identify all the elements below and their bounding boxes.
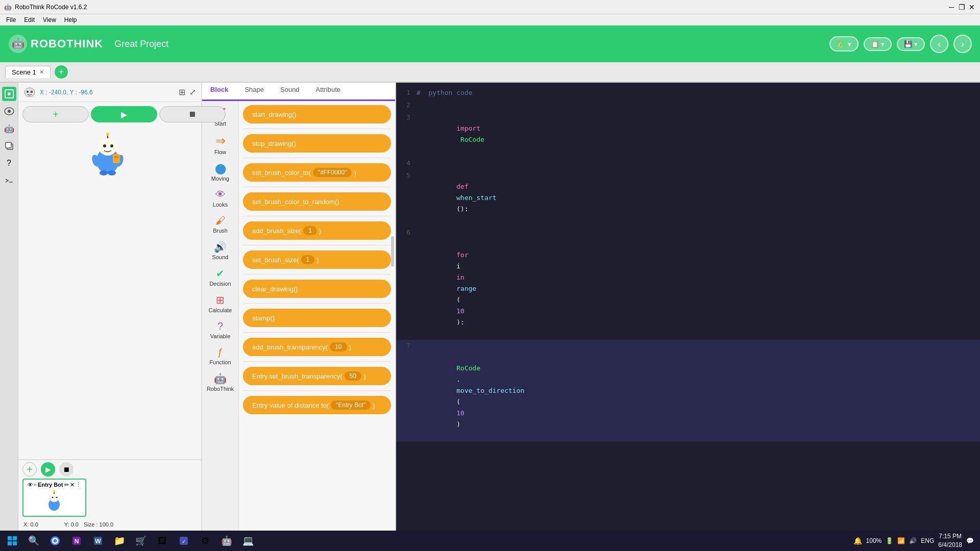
side-icon-robot[interactable]: 🤖 <box>2 121 16 136</box>
obj-add-button[interactable]: + <box>22 462 37 477</box>
eye-icon <box>4 107 14 115</box>
cat-variable[interactable]: ? Variable <box>204 317 237 342</box>
minimize-button[interactable]: ─ <box>947 3 955 11</box>
side-icon-eye[interactable] <box>2 104 16 118</box>
app-title: RoboThink RoCode v1.6.2 <box>15 4 87 11</box>
tab-sound[interactable]: Sound <box>272 83 308 99</box>
scroll-handle[interactable] <box>391 236 394 267</box>
restore-button[interactable]: ❐ <box>958 3 966 11</box>
range-func: range <box>456 285 476 292</box>
stop-icon: ⏹ <box>188 110 197 119</box>
taskbar-action-center[interactable]: 💬 <box>966 537 974 544</box>
block-entry-set-transparency[interactable]: Entry.set_brush_transparency( 50 ) <box>243 367 391 385</box>
tab-shape[interactable]: Shape <box>236 83 272 99</box>
obj-more-icon[interactable]: ⋮ <box>76 482 81 488</box>
grid-button[interactable]: ⊞ <box>179 87 185 97</box>
block-set-brush-size-text: set_brush_size( <box>252 256 299 264</box>
close-button[interactable]: ✕ <box>968 3 976 11</box>
side-icon-terminal[interactable] <box>2 173 16 188</box>
clipboard-button[interactable]: 📋 ▾ <box>864 37 892 51</box>
block-color-value: "#FF0000" <box>313 168 352 177</box>
svg-text:✓: ✓ <box>182 539 186 544</box>
cat-looks[interactable]: 👁 Looks <box>204 186 237 211</box>
obj-play-button[interactable]: ▶ <box>41 462 55 477</box>
obj-stop-icon: ⏹ <box>63 465 70 473</box>
python-button[interactable]: 🐍 ▾ <box>829 36 859 52</box>
nav-forward-button[interactable]: › <box>953 35 972 53</box>
battery-icon: 🔋 <box>886 537 893 544</box>
block-add-brush-text: add_brush_size( <box>252 227 301 235</box>
block-set-brush-color-random[interactable]: set_brush_color_to_random() <box>243 192 391 211</box>
block-stamp[interactable]: stamp() <box>243 309 391 327</box>
block-set-brush-size[interactable]: set_brush_size( 1 ) <box>243 251 391 269</box>
taskbar-teams[interactable]: ✓ <box>174 531 194 551</box>
cat-robothink[interactable]: 🤖 RoboThink <box>204 369 237 395</box>
obj-edit-icon[interactable]: ✏ <box>64 482 69 488</box>
cat-sound[interactable]: 🔊 Sound <box>204 238 237 263</box>
line-num-1: 1 <box>396 87 416 98</box>
block-start-drawing[interactable]: start_drawing() <box>243 105 391 123</box>
save-button[interactable]: 💾 ▾ <box>897 37 925 51</box>
svg-point-41 <box>54 539 57 543</box>
svg-point-24 <box>108 170 116 176</box>
tab-scene1[interactable]: Scene 1 ✕ <box>5 66 51 78</box>
method-name: move_to_direction <box>456 387 524 394</box>
taskbar-volume[interactable]: 🔊 <box>909 537 917 544</box>
nav-back-button[interactable]: ‹ <box>930 35 948 53</box>
block-set-brush-color[interactable]: set_brush_color_to( "#FF0000" ) <box>243 163 391 182</box>
line-content-1: # python code <box>416 87 473 98</box>
obj-delete-icon[interactable]: ✕ <box>70 482 75 488</box>
side-icon-copy[interactable] <box>2 139 16 153</box>
block-entry-value-distance[interactable]: Entry value of distance to( "Entry Bot" … <box>243 396 391 414</box>
menu-help[interactable]: Help <box>60 15 81 24</box>
expand-button[interactable]: ⤢ <box>189 87 196 97</box>
code-editor[interactable]: 1 # python code 2 3 import RoCode 4 5 <box>396 83 980 551</box>
taskbar-onenote[interactable]: N <box>66 531 87 551</box>
cat-calculate-label: Calculate <box>209 307 232 313</box>
side-icon-scene[interactable] <box>2 87 16 101</box>
taskbar-chrome[interactable] <box>45 531 65 551</box>
cat-calculate[interactable]: ⊞ Calculate <box>204 291 237 316</box>
play-button[interactable]: ▶ <box>91 106 157 122</box>
taskbar-store[interactable]: 🛒 <box>131 531 151 551</box>
cat-brush[interactable]: 🖌 Brush <box>204 212 237 237</box>
menu-edit[interactable]: Edit <box>20 15 39 24</box>
save-icon: 💾 <box>904 40 912 48</box>
taskbar-app1[interactable]: ⚙ <box>195 531 215 551</box>
cat-function[interactable]: ƒ Function <box>204 343 237 368</box>
cat-sound-label: Sound <box>212 254 229 260</box>
tab-attribute[interactable]: Attribute <box>308 83 349 99</box>
taskbar-explorer[interactable]: 📁 <box>109 531 130 551</box>
start-button[interactable] <box>2 531 22 551</box>
chevron-left-icon: ‹ <box>938 39 941 49</box>
cat-decision[interactable]: ✔ Decision <box>204 264 237 290</box>
menu-view[interactable]: View <box>39 15 60 24</box>
stop-button[interactable]: ⏹ <box>159 106 226 122</box>
taskbar-notifications[interactable]: 🔔 <box>853 537 862 545</box>
obj-sprite <box>42 489 66 514</box>
code-line-7: 7 RoCode . move_to_direction ( 10 ) <box>396 340 980 442</box>
taskbar-robothink[interactable]: 🤖 <box>216 531 237 551</box>
taskbar-word[interactable]: W <box>88 531 108 551</box>
side-icon-help[interactable]: ? <box>2 156 16 170</box>
block-add-brush-transparency[interactable]: add_brush_transparency( 10 ) <box>243 338 391 356</box>
cat-flow[interactable]: ⇒ Flow <box>204 131 237 158</box>
obj-stop-button[interactable]: ⏹ <box>59 462 74 477</box>
tab-block[interactable]: Block <box>202 83 236 101</box>
block-clear-drawing[interactable]: clear_drawing() <box>243 280 391 298</box>
taskbar-app2[interactable]: 💻 <box>238 531 258 551</box>
side-icons: 🤖 ? <box>0 83 18 551</box>
tab-close-button[interactable]: ✕ <box>39 69 44 76</box>
taskbar-photos[interactable]: 🖼 <box>152 531 173 551</box>
cat-moving[interactable]: ⬤ Moving <box>204 159 237 185</box>
block-body: 🚩 Start ⇒ Flow ⬤ Moving 👁 Looks 🖌 B <box>202 101 395 551</box>
block-add-brush-size[interactable]: add_brush_size( 1 ) <box>243 221 391 240</box>
obj-item-entry-bot[interactable]: 👁 ▸ Entry Bot ✏ ✕ ⋮ <box>22 479 86 517</box>
menu-file[interactable]: File <box>2 15 20 24</box>
block-stop-drawing[interactable]: stop_drawing() <box>243 134 391 153</box>
svg-point-23 <box>100 170 108 176</box>
add-tab-button[interactable]: + <box>55 65 68 79</box>
obj-visibility-icon[interactable]: 👁 <box>28 482 33 488</box>
taskbar-search[interactable]: 🔍 <box>23 531 44 551</box>
add-scene-button[interactable]: + <box>22 106 89 122</box>
